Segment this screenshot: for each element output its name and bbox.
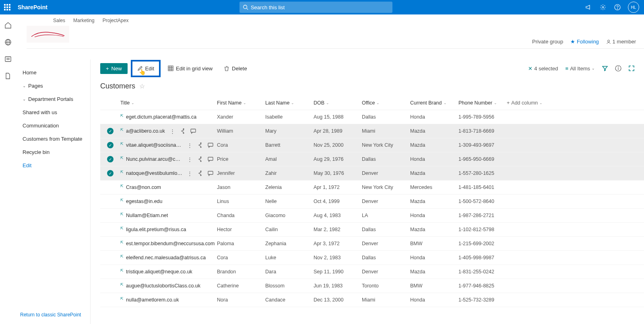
user-avatar[interactable]: HL <box>628 2 639 13</box>
hub-link[interactable]: Marketing <box>73 18 95 23</box>
command-bar: +New Edit 👆 Edit in grid view Delete ✕4 … <box>100 59 644 77</box>
return-classic-link[interactable]: Return to classic SharePoint <box>20 312 81 318</box>
cell-first: Paloma <box>217 241 265 246</box>
search-input[interactable] <box>251 4 389 10</box>
share-icon[interactable] <box>197 170 203 176</box>
chevron-down-icon: ⌄ <box>592 66 595 70</box>
help-icon[interactable] <box>613 3 621 11</box>
cell-last: Candace <box>265 297 314 303</box>
table-row[interactable]: ✓⇱a@aclibero.co.uk⋮WilliamMaryApr 28, 19… <box>100 124 644 138</box>
column-office[interactable]: Office⌄ <box>362 97 410 109</box>
search-box[interactable] <box>239 2 392 13</box>
title-cell[interactable]: ⇱Nullam@Etiam.net <box>120 213 217 218</box>
table-row[interactable]: ⇱Cras@non.comJasonZeleniaApr 1, 1972New … <box>100 180 644 195</box>
megaphone-icon[interactable] <box>584 3 592 11</box>
hub-link[interactable]: Sales <box>53 18 65 23</box>
favorite-star-icon[interactable]: ☆ <box>139 82 145 90</box>
table-row[interactable]: ⇱eleifend.nec.malesuada@atrisus.caCoraLu… <box>100 251 644 265</box>
delete-button[interactable]: Delete <box>220 63 251 74</box>
clear-selection[interactable]: ✕4 selected <box>528 66 558 72</box>
table-row[interactable]: ⇱eget.dictum.placerat@mattis.caXanderIsa… <box>100 110 644 124</box>
row-select[interactable]: ✓ <box>100 128 120 134</box>
title-cell[interactable]: ⇱est.tempor.bibendum@neccursusa.com <box>120 241 217 246</box>
title-cell[interactable]: ⇱eget.dictum.placerat@mattis.ca <box>120 114 217 120</box>
app-name[interactable]: SharePoint <box>14 4 47 10</box>
news-icon[interactable] <box>4 55 12 63</box>
title-cell[interactable]: ⇱nulla@ametlorem.co.uk <box>120 297 217 303</box>
table-row[interactable]: ✓⇱Nunc.pulvinar.arcu@con...⋮PriceAmalAug… <box>100 152 644 166</box>
comment-icon[interactable] <box>208 142 213 148</box>
hub-link[interactable]: ProjectApex <box>103 18 129 23</box>
search-icon <box>243 4 248 10</box>
nav-edit-link[interactable]: Edit <box>19 159 90 172</box>
comment-icon[interactable] <box>208 156 213 162</box>
title-cell[interactable]: ⇱vitae.aliquet@sociisnato...⋮ <box>120 142 217 148</box>
table-row[interactable]: ⇱tristique.aliquet@neque.co.ukBrandonDar… <box>100 265 644 279</box>
share-icon[interactable] <box>197 156 203 162</box>
files-icon[interactable] <box>4 72 12 80</box>
cell-first: Cora <box>217 255 265 260</box>
title-cell[interactable]: ⇱Cras@non.com <box>120 185 217 190</box>
title-cell[interactable]: ⇱tristique.aliquet@neque.co.uk <box>120 269 217 275</box>
row-select[interactable]: ✓ <box>100 156 120 162</box>
info-icon[interactable] <box>615 65 621 72</box>
title-cell[interactable]: ⇱natoque@vestibulumlor...⋮ <box>120 170 217 176</box>
share-icon[interactable] <box>197 142 203 148</box>
title-cell[interactable]: ⇱egestas@in.edu <box>120 199 217 204</box>
view-selector[interactable]: ≡All Items⌄ <box>566 66 595 72</box>
title-cell[interactable]: ⇱augue@luctuslobortisClass.co.uk <box>120 283 217 289</box>
more-icon[interactable]: ⋮ <box>187 156 192 162</box>
more-icon[interactable]: ⋮ <box>187 170 192 176</box>
more-icon[interactable]: ⋮ <box>170 128 175 134</box>
new-button[interactable]: +New <box>100 63 128 74</box>
column-title[interactable]: Title⌄ <box>120 97 217 109</box>
column-brand[interactable]: Current Brand⌄ <box>410 97 458 109</box>
nav-shared[interactable]: Shared with us <box>19 106 90 119</box>
edit-grid-button[interactable]: Edit in grid view <box>164 63 217 74</box>
table-row[interactable]: ⇱Nullam@Etiam.netChandaGiacomoAug 4, 198… <box>100 209 644 223</box>
nav-pages[interactable]: ⌄Pages <box>19 79 90 92</box>
title-text: nulla@ametlorem.co.uk <box>126 297 179 303</box>
cell-brand: Mazda <box>410 269 458 275</box>
nav-recycle-bin[interactable]: Recycle bin <box>19 146 90 159</box>
cell-last: Nelle <box>265 199 314 204</box>
table-row[interactable]: ✓⇱natoque@vestibulumlor...⋮JenniferZahir… <box>100 166 644 180</box>
title-cell[interactable]: ⇱ligula.elit.pretium@risus.ca <box>120 227 217 232</box>
table-row[interactable]: ⇱est.tempor.bibendum@neccursusa.comPalom… <box>100 237 644 251</box>
row-select[interactable]: ✓ <box>100 170 120 176</box>
title-cell[interactable]: ⇱a@aclibero.co.uk⋮ <box>120 128 217 134</box>
members-button[interactable]: 1 member <box>606 39 636 45</box>
nav-home[interactable]: Home <box>19 66 90 79</box>
nav-customers-template[interactable]: Customers from Template <box>19 132 90 146</box>
row-select[interactable]: ✓ <box>100 142 120 148</box>
share-icon[interactable] <box>180 128 186 134</box>
column-phone[interactable]: Phone Number⌄ <box>458 97 507 109</box>
cell-brand: Mazda <box>410 227 458 232</box>
table-row[interactable]: ✓⇱vitae.aliquet@sociisnato...⋮CoraBarret… <box>100 138 644 152</box>
title-text: natoque@vestibulumlor... <box>126 170 182 176</box>
app-launcher[interactable] <box>0 0 14 14</box>
column-first-name[interactable]: First Name⌄ <box>217 97 265 109</box>
table-row[interactable]: ⇱egestas@in.eduLinusNelleOct 4, 1999Denv… <box>100 195 644 209</box>
more-icon[interactable]: ⋮ <box>187 142 192 148</box>
edit-button[interactable]: Edit 👆 <box>131 60 161 77</box>
plus-icon: + <box>106 66 109 72</box>
filter-icon[interactable] <box>602 66 608 71</box>
title-text: Cras@non.com <box>126 185 161 190</box>
table-row[interactable]: ⇱ligula.elit.pretium@risus.caHectorCaili… <box>100 223 644 237</box>
expand-icon[interactable] <box>629 66 634 71</box>
comment-icon[interactable] <box>208 170 213 176</box>
nav-communication[interactable]: Communication <box>19 119 90 132</box>
follow-button[interactable]: ★ Following <box>570 39 599 45</box>
table-row[interactable]: ⇱augue@luctuslobortisClass.co.ukCatherin… <box>100 279 644 293</box>
table-row[interactable]: ⇱nulla@ametlorem.co.ukNoraCandaceDec 13,… <box>100 293 644 307</box>
title-cell[interactable]: ⇱eleifend.nec.malesuada@atrisus.ca <box>120 255 217 260</box>
nav-department-portals[interactable]: ⌄Department Portals <box>19 92 90 106</box>
title-cell[interactable]: ⇱Nunc.pulvinar.arcu@con...⋮ <box>120 156 217 162</box>
column-dob[interactable]: DOB⌄ <box>314 97 362 109</box>
column-last-name[interactable]: Last Name⌄ <box>265 97 314 109</box>
site-logo[interactable] <box>27 26 69 43</box>
comment-icon[interactable] <box>190 128 196 134</box>
add-column[interactable]: + Add column⌄ <box>507 97 563 109</box>
settings-icon[interactable] <box>599 3 607 11</box>
